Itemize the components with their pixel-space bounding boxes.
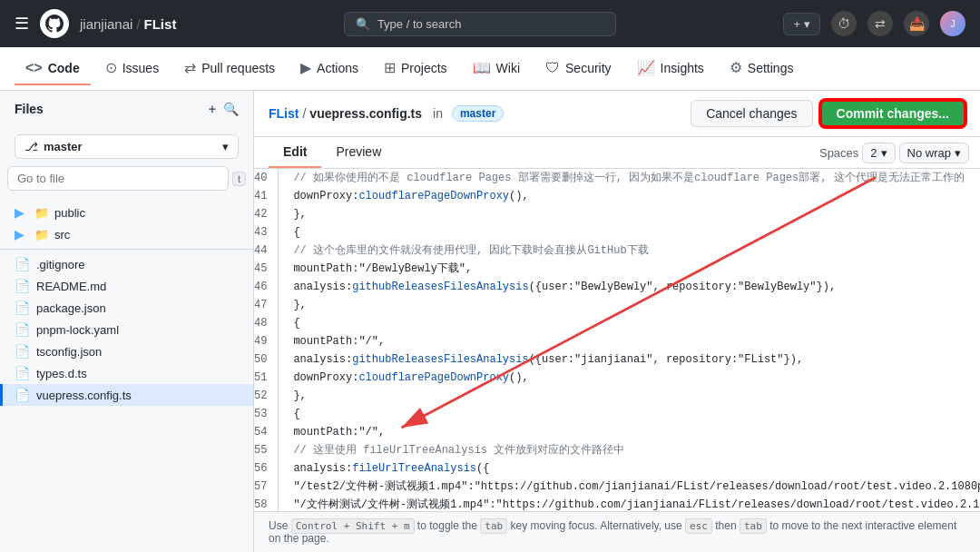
projects-icon: ⊞: [384, 59, 396, 76]
nav-tabs: <> Code ⊙ Issues ⇄ Pull requests ▶ Actio…: [0, 47, 980, 91]
sidebar-item-pnpm[interactable]: 📄 pnpm-lock.yaml: [0, 319, 253, 340]
tab-code[interactable]: <> Code: [15, 53, 91, 85]
search-box[interactable]: 🔍 Type / to search: [344, 12, 616, 36]
tab-actions-label: Actions: [317, 61, 358, 75]
github-logo[interactable]: [40, 9, 69, 38]
tab-pr-label: Pull requests: [201, 61, 275, 75]
sidebar-item-gitignore[interactable]: 📄 .gitignore: [0, 253, 253, 275]
in-label: in: [433, 106, 443, 121]
sidebar-item-types[interactable]: 📄 types.d.ts: [0, 362, 253, 384]
tab-insights[interactable]: 📈 Insights: [626, 52, 715, 85]
line-number: 41: [254, 187, 279, 205]
sidebar-item-package[interactable]: 📄 package.json: [0, 297, 253, 319]
file-icon-tsconfig: 📄: [15, 344, 29, 359]
spaces-select[interactable]: 2 ▾: [862, 143, 895, 163]
tab-preview[interactable]: Preview: [321, 137, 396, 168]
new-button[interactable]: + ▾: [783, 13, 820, 35]
line-code: analysis:githubReleasesFilesAnalysis({us…: [279, 350, 980, 369]
nowrap-select[interactable]: No wrap ▾: [899, 143, 969, 163]
tab-insights-label: Insights: [661, 61, 704, 75]
folder-label-src: src: [54, 228, 70, 242]
table-row: 54 mountPath:"/",: [254, 423, 980, 441]
sidebar-item-vuepress[interactable]: 📄 vuepress.config.ts: [0, 384, 253, 406]
branch-icon: ⎇: [24, 140, 38, 153]
editor-action-buttons: Cancel changes Commit changes...: [691, 100, 965, 127]
hamburger-icon[interactable]: ☰: [15, 14, 29, 34]
line-number: 45: [254, 260, 279, 278]
tab-settings[interactable]: ⚙ Settings: [719, 52, 805, 85]
go-to-file-input[interactable]: [7, 166, 229, 191]
tab-issues[interactable]: ⊙ Issues: [94, 52, 170, 85]
inbox-icon[interactable]: 📥: [904, 11, 929, 36]
wiki-icon: 📖: [473, 59, 491, 76]
timer-icon[interactable]: ⏱: [831, 11, 857, 36]
nowrap-dropdown-icon: ▾: [955, 146, 961, 160]
line-number: 42: [254, 205, 279, 223]
file-sidebar: Files + 🔍 ⎇ master ▾ t ▶ 📁 public ▶ 📁: [0, 91, 254, 552]
line-code: },: [279, 205, 980, 223]
line-number: 49: [254, 332, 279, 350]
tab-security[interactable]: 🛡 Security: [534, 53, 622, 85]
line-number: 48: [254, 314, 279, 332]
topbar: ☰ jianjianai / FList 🔍 Type / to search …: [0, 0, 980, 47]
tab-wiki[interactable]: 📖 Wiki: [462, 52, 531, 85]
editor-toolbar: Edit Preview Spaces 2 ▾ No wrap ▾: [254, 137, 980, 169]
table-row: 56 analysis:fileUrlTreeAnalysis({: [254, 459, 980, 478]
tab-preview-label: Preview: [336, 144, 381, 159]
toolbar-options: Spaces 2 ▾ No wrap ▾: [819, 143, 980, 163]
file-icon: 📄: [15, 257, 29, 271]
sidebar-item-readme[interactable]: 📄 README.md: [0, 275, 253, 297]
tab-pullrequests[interactable]: ⇄ Pull requests: [173, 52, 286, 85]
file-label-tsconfig: tsconfig.json: [36, 345, 102, 359]
line-code: {: [279, 314, 980, 332]
sidebar-header: Files + 🔍: [0, 91, 253, 127]
actions-icon: ▶: [300, 59, 311, 76]
branch-name: master: [44, 140, 217, 153]
table-row: 48 {: [254, 314, 980, 332]
line-code: },: [279, 296, 980, 314]
tab-actions[interactable]: ▶ Actions: [289, 52, 369, 85]
table-row: 49 mountPath:"/",: [254, 332, 980, 350]
add-file-icon[interactable]: +: [209, 102, 216, 116]
line-code: analysis:fileUrlTreeAnalysis({: [279, 459, 980, 478]
user-avatar[interactable]: J: [940, 11, 965, 36]
tab-projects[interactable]: ⊞ Projects: [373, 52, 458, 85]
search-files-icon[interactable]: 🔍: [223, 102, 239, 116]
folder-label-public: public: [54, 206, 85, 220]
cancel-changes-button[interactable]: Cancel changes: [691, 100, 812, 127]
git-compare-icon[interactable]: ⇄: [867, 11, 893, 36]
line-number: 53: [254, 405, 279, 423]
sidebar-item-tsconfig[interactable]: 📄 tsconfig.json: [0, 340, 253, 362]
status-bar: Use Control + Shift + m to toggle the ta…: [254, 511, 980, 552]
branch-selector[interactable]: ⎇ master ▾: [15, 134, 239, 159]
code-editor[interactable]: 40 // 如果你使用的不是 cloudflare Pages 部署需要删掉这一…: [254, 169, 980, 552]
breadcrumb-sep: /: [302, 106, 306, 121]
sidebar-item-src[interactable]: ▶ 📁 src: [0, 223, 253, 245]
search-area: 🔍 Type / to search: [187, 12, 772, 36]
line-number: 54: [254, 423, 279, 441]
sidebar-item-public[interactable]: ▶ 📁 public: [0, 202, 253, 223]
line-number: 57: [254, 478, 279, 496]
breadcrumb-repo[interactable]: FList: [144, 16, 177, 32]
commit-changes-button[interactable]: Commit changes...: [820, 100, 965, 127]
breadcrumb-user[interactable]: jianjianai: [80, 16, 132, 32]
nowrap-label: No wrap: [907, 146, 951, 160]
breadcrumb-flist[interactable]: FList: [269, 106, 299, 121]
tab-settings-label: Settings: [748, 61, 794, 75]
file-label-types: types.d.ts: [36, 367, 87, 380]
table-row: 44 // 这个仓库里的文件就没有使用代理, 因此下载时会直接从GitHub下载: [254, 242, 980, 260]
line-number: 40: [254, 169, 279, 187]
editor-filename: vuepress.config.ts: [309, 106, 422, 121]
file-icon-types: 📄: [15, 366, 29, 380]
sidebar-title: Files: [15, 102, 44, 116]
file-icon-pnpm: 📄: [15, 322, 29, 337]
line-code: // 这里使用 fileUrlTreeAnalysis 文件放到对应的文件路径中: [279, 441, 980, 459]
file-icon-vuepress: 📄: [15, 388, 29, 402]
editor-header: FList / vuepress.config.ts in master Can…: [254, 91, 980, 137]
file-label-package: package.json: [36, 301, 106, 315]
spaces-dropdown-icon: ▾: [881, 146, 887, 160]
tab-edit[interactable]: Edit: [269, 137, 321, 168]
folder-name-public: 📁: [34, 206, 49, 220]
line-code: // 如果你使用的不是 cloudflare Pages 部署需要删掉这一行, …: [279, 169, 980, 187]
line-code: mountPath:"/",: [279, 423, 980, 441]
